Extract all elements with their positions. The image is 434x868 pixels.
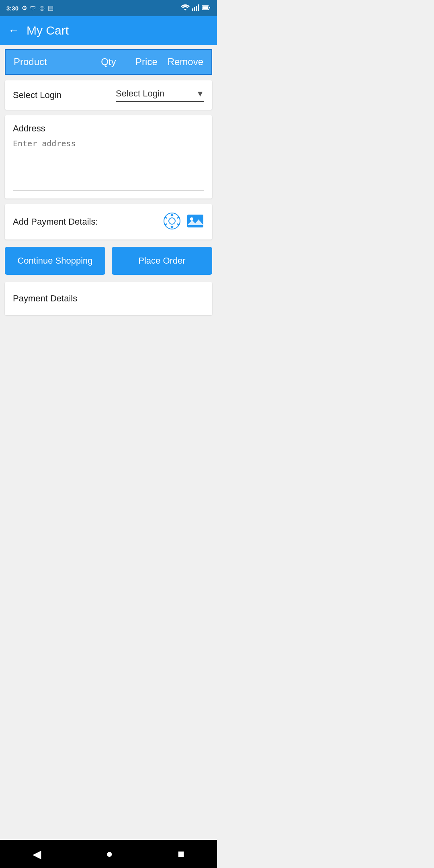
table-header: Product Qty Price Remove bbox=[5, 49, 212, 75]
payment-details-label: Payment Details bbox=[13, 293, 77, 303]
continue-shopping-button[interactable]: Continue Shopping bbox=[5, 247, 105, 275]
chevron-down-icon: ▼ bbox=[196, 89, 204, 98]
status-time: 3:30 bbox=[6, 5, 18, 12]
battery-icon bbox=[202, 5, 211, 12]
sim-icon: ▤ bbox=[48, 4, 53, 12]
image-upload-icon[interactable] bbox=[186, 212, 204, 231]
svg-rect-1 bbox=[194, 7, 195, 11]
svg-rect-9 bbox=[187, 215, 203, 227]
at-icon: ◎ bbox=[39, 4, 45, 12]
svg-rect-5 bbox=[209, 7, 210, 8]
status-bar: 3:30 ⚙ 🛡 ◎ ▤ bbox=[0, 0, 217, 16]
col-qty: Qty bbox=[90, 56, 127, 68]
address-underline bbox=[13, 190, 204, 190]
svg-rect-6 bbox=[203, 6, 208, 9]
col-price: Price bbox=[127, 56, 165, 68]
svg-rect-2 bbox=[196, 6, 197, 11]
camera-icon[interactable] bbox=[163, 212, 181, 231]
action-buttons: Continue Shopping Place Order bbox=[5, 247, 212, 275]
svg-rect-3 bbox=[198, 4, 199, 11]
place-order-button[interactable]: Place Order bbox=[112, 247, 212, 275]
payment-details-card: Payment Details bbox=[5, 282, 212, 315]
payment-label: Add Payment Details: bbox=[13, 217, 98, 227]
select-login-value: Select Login bbox=[116, 88, 193, 99]
signal-icon bbox=[192, 4, 199, 12]
svg-rect-0 bbox=[192, 8, 193, 11]
address-input[interactable] bbox=[13, 139, 204, 187]
svg-point-10 bbox=[190, 217, 193, 221]
page-title: My Cart bbox=[27, 24, 69, 37]
app-header: ← My Cart bbox=[0, 16, 217, 45]
address-label: Address bbox=[13, 123, 204, 134]
back-button[interactable]: ← bbox=[8, 25, 19, 36]
svg-point-8 bbox=[169, 218, 175, 224]
select-login-label: Select Login bbox=[13, 90, 61, 100]
address-card: Address bbox=[5, 115, 212, 199]
col-remove: Remove bbox=[166, 56, 203, 68]
shield-icon: 🛡 bbox=[30, 5, 36, 12]
wifi-icon bbox=[181, 4, 190, 12]
payment-card: Add Payment Details: bbox=[5, 204, 212, 240]
col-product: Product bbox=[14, 56, 90, 68]
select-login-dropdown[interactable]: Select Login ▼ bbox=[116, 88, 204, 102]
select-login-card: Select Login Select Login ▼ bbox=[5, 80, 212, 110]
gear-icon: ⚙ bbox=[22, 4, 27, 12]
